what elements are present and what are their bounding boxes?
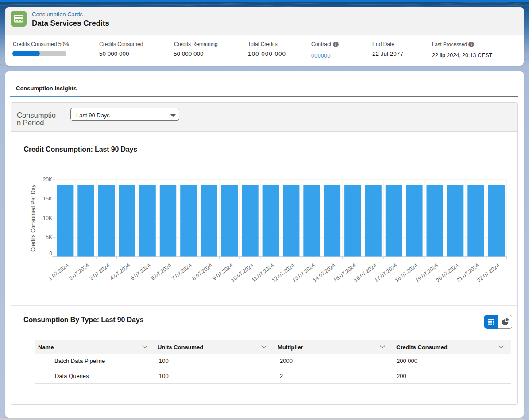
svg-text:15K: 15K [43,196,52,202]
svg-text:21.07.2024: 21.07.2024 [456,262,480,283]
svg-text:6.07.2024: 6.07.2024 [150,262,173,281]
svg-text:2.07.2024: 2.07.2024 [68,262,90,281]
svg-text:Credits Consumed Per Day: Credits Consumed Per Day [30,184,36,252]
svg-text:1.07.2024: 1.07.2024 [47,262,70,281]
svg-text:13.07.2024: 13.07.2024 [291,262,316,283]
svg-text:10K: 10K [43,215,52,221]
svg-text:5K: 5K [46,234,52,240]
svg-text:12.07.2024: 12.07.2024 [271,262,296,283]
svg-text:15.07.2024: 15.07.2024 [332,262,357,283]
svg-text:19.07.2024: 19.07.2024 [414,262,439,283]
svg-text:0: 0 [49,250,52,257]
svg-text:16.07.2024: 16.07.2024 [353,262,378,283]
svg-text:3.07.2024: 3.07.2024 [89,262,111,281]
svg-text:20.07.2024: 20.07.2024 [435,262,459,283]
svg-text:8.07.2024: 8.07.2024 [191,262,213,281]
svg-text:7.07.2024: 7.07.2024 [170,262,193,281]
svg-text:22.07.2024: 22.07.2024 [476,262,501,283]
svg-text:17.07.2024: 17.07.2024 [373,262,398,283]
svg-text:10.07.2024: 10.07.2024 [230,262,255,283]
svg-text:4.07.2024: 4.07.2024 [109,262,131,281]
svg-text:5.07.2024: 5.07.2024 [129,262,152,281]
svg-text:18.07.2024: 18.07.2024 [394,262,419,283]
svg-text:14.07.2024: 14.07.2024 [312,262,336,283]
svg-text:20K: 20K [43,177,52,183]
